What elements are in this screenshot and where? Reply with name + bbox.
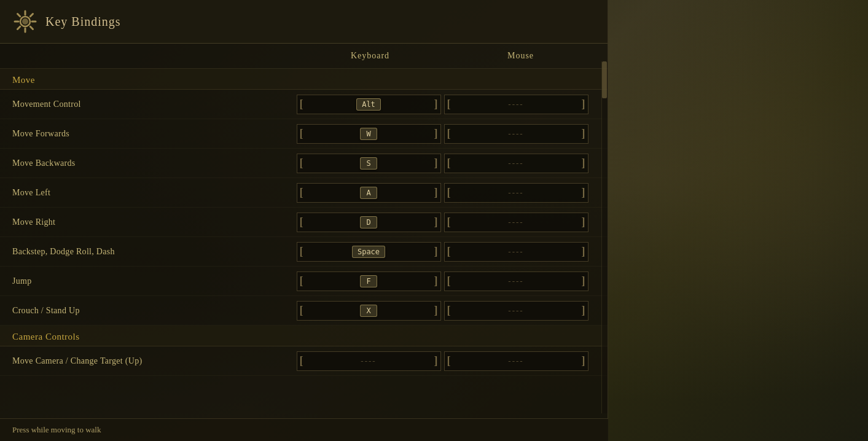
binding-row-move-camera-up: Move Camera / Change Target (Up)--------	[0, 346, 608, 376]
key-empty-mouse-movement-control: ----	[508, 100, 523, 109]
binding-row-move-forwards: Move ForwardsW----	[0, 119, 608, 149]
page-title: Key Bindings	[45, 15, 121, 29]
key-badge-move-forwards: W	[360, 128, 377, 140]
action-label-backstep-dodge-dash: Backstep, Dodge Roll, Dash	[12, 247, 295, 257]
key-empty-mouse-move-left: ----	[508, 188, 523, 198]
binding-row-crouch-standup: Crouch / Stand UpX----	[0, 296, 608, 326]
keyboard-input-backstep-dodge-dash[interactable]: Space	[297, 242, 441, 262]
action-label-move-left: Move Left	[12, 188, 295, 198]
binding-row-move-backwards: Move BackwardsS----	[0, 149, 608, 178]
binding-row-jump: JumpF----	[0, 267, 608, 296]
mouse-binding-move-camera-up[interactable]: ----	[442, 351, 590, 371]
key-badge-movement-control: Alt	[356, 98, 381, 111]
binding-row-move-right: Move RightD----	[0, 208, 608, 237]
key-badge-crouch-standup: X	[360, 305, 377, 317]
status-bar: Press while moving to walk	[0, 418, 608, 441]
action-label-move-forwards: Move Forwards	[12, 129, 295, 139]
keyboard-binding-backstep-dodge-dash[interactable]: Space	[295, 242, 442, 262]
mouse-binding-crouch-standup[interactable]: ----	[442, 301, 590, 321]
section-header-move: Move	[0, 69, 608, 90]
binding-row-move-left: Move LeftA----	[0, 178, 608, 208]
action-label-move-camera-up: Move Camera / Change Target (Up)	[12, 356, 295, 366]
svg-line-5	[18, 14, 20, 17]
mouse-binding-move-left[interactable]: ----	[442, 183, 590, 203]
key-badge-move-backwards: S	[360, 157, 377, 170]
key-empty-mouse-move-backwards: ----	[508, 158, 523, 168]
keyboard-binding-jump[interactable]: F	[295, 271, 442, 291]
mouse-binding-move-right[interactable]: ----	[442, 213, 590, 232]
col-action-header	[0, 51, 295, 61]
key-badge-move-left: A	[360, 187, 377, 199]
mouse-binding-backstep-dodge-dash[interactable]: ----	[442, 242, 590, 262]
mouse-input-move-left[interactable]: ----	[444, 183, 588, 203]
key-empty-mouse-move-right: ----	[508, 217, 523, 227]
mouse-binding-move-backwards[interactable]: ----	[442, 154, 590, 173]
gear-icon	[12, 9, 38, 34]
column-headers: Keyboard Mouse	[0, 44, 608, 69]
keyboard-binding-move-camera-up[interactable]: ----	[295, 351, 442, 371]
keyboard-binding-move-left[interactable]: A	[295, 183, 442, 203]
key-badge-backstep-dodge-dash: Space	[352, 246, 385, 258]
status-text: Press while moving to walk	[12, 425, 101, 434]
svg-line-8	[18, 26, 20, 29]
keybindings-panel: Key Bindings Keyboard Mouse MoveMovement…	[0, 0, 608, 441]
key-empty-mouse-backstep-dodge-dash: ----	[508, 247, 523, 257]
key-empty-keyboard-move-camera-up: ----	[361, 356, 376, 366]
title-bar: Key Bindings	[0, 0, 608, 44]
svg-line-6	[30, 26, 33, 29]
bindings-content[interactable]: MoveMovement ControlAlt----Move Forwards…	[0, 69, 608, 441]
scrollbar-track[interactable]	[601, 61, 608, 413]
mouse-input-jump[interactable]: ----	[444, 271, 588, 291]
scrollbar-thumb[interactable]	[602, 61, 607, 98]
key-empty-mouse-jump: ----	[508, 276, 523, 286]
svg-line-7	[30, 14, 33, 17]
action-label-movement-control: Movement Control	[12, 100, 295, 109]
action-label-jump: Jump	[12, 276, 295, 286]
keyboard-binding-move-right[interactable]: D	[295, 213, 442, 232]
col-mouse-header: Mouse	[445, 51, 596, 61]
section-header-camera-controls: Camera Controls	[0, 326, 608, 346]
keyboard-input-crouch-standup[interactable]: X	[297, 301, 441, 321]
mouse-input-crouch-standup[interactable]: ----	[444, 301, 588, 321]
keyboard-binding-move-backwards[interactable]: S	[295, 154, 442, 173]
mouse-input-move-right[interactable]: ----	[444, 213, 588, 232]
keyboard-input-move-right[interactable]: D	[297, 213, 441, 232]
keyboard-input-move-forwards[interactable]: W	[297, 124, 441, 144]
mouse-binding-jump[interactable]: ----	[442, 271, 590, 291]
mouse-input-move-forwards[interactable]: ----	[444, 124, 588, 144]
keyboard-binding-crouch-standup[interactable]: X	[295, 301, 442, 321]
mouse-input-backstep-dodge-dash[interactable]: ----	[444, 242, 588, 262]
key-badge-jump: F	[360, 275, 377, 287]
binding-row-backstep-dodge-dash: Backstep, Dodge Roll, DashSpace----	[0, 237, 608, 267]
keyboard-binding-movement-control[interactable]: Alt	[295, 95, 442, 114]
mouse-binding-movement-control[interactable]: ----	[442, 95, 590, 114]
key-empty-mouse-move-camera-up: ----	[508, 356, 523, 366]
key-badge-move-right: D	[360, 216, 377, 228]
action-label-move-right: Move Right	[12, 217, 295, 227]
mouse-input-movement-control[interactable]: ----	[444, 95, 588, 114]
mouse-input-move-camera-up[interactable]: ----	[444, 351, 588, 371]
action-label-crouch-standup: Crouch / Stand Up	[12, 306, 295, 316]
keyboard-input-move-camera-up[interactable]: ----	[297, 351, 441, 371]
mouse-binding-move-forwards[interactable]: ----	[442, 124, 590, 144]
keyboard-input-jump[interactable]: F	[297, 271, 441, 291]
keyboard-binding-move-forwards[interactable]: W	[295, 124, 442, 144]
keyboard-input-move-backwards[interactable]: S	[297, 154, 441, 173]
key-empty-mouse-move-forwards: ----	[508, 129, 523, 139]
mouse-input-move-backwards[interactable]: ----	[444, 154, 588, 173]
keyboard-input-move-left[interactable]: A	[297, 183, 441, 203]
action-label-move-backwards: Move Backwards	[12, 158, 295, 168]
col-keyboard-header: Keyboard	[295, 51, 445, 61]
svg-point-9	[22, 18, 28, 25]
key-empty-mouse-crouch-standup: ----	[508, 306, 523, 316]
keyboard-input-movement-control[interactable]: Alt	[297, 95, 441, 114]
binding-row-movement-control: Movement ControlAlt----	[0, 90, 608, 119]
